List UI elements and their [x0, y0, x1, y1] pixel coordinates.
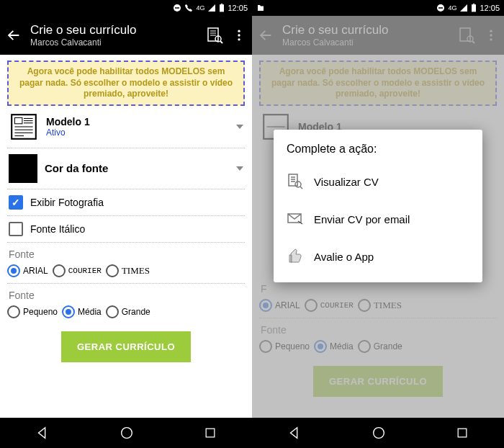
- chevron-down-icon: [236, 125, 243, 129]
- radio-label: Média: [78, 307, 102, 317]
- model-name: Modelo 1: [46, 116, 229, 127]
- radio-label: TIMES: [122, 265, 150, 277]
- italic-checkbox-row[interactable]: Fonte Itálico: [7, 216, 245, 243]
- generate-button[interactable]: GERAR CURRÍCULO: [61, 331, 191, 362]
- size-section-label: Fonte: [7, 284, 245, 303]
- radio-large[interactable]: Grande: [106, 305, 150, 318]
- radio-small[interactable]: Pequeno: [7, 305, 58, 318]
- thumbs-up-icon: [287, 248, 304, 265]
- font-color-selector[interactable]: Cor da fonte: [7, 148, 245, 189]
- radio-label: COURIER: [68, 266, 102, 275]
- svg-point-40: [295, 182, 301, 187]
- model-status: Ativo: [46, 127, 229, 138]
- svg-rect-3: [221, 4, 222, 4]
- color-swatch-icon: [9, 154, 37, 183]
- svg-rect-1: [175, 7, 179, 9]
- svg-line-41: [300, 187, 302, 189]
- signal-label: 4G: [196, 4, 204, 12]
- show-photo-checkbox-row[interactable]: Exibir Fotografia: [7, 189, 245, 216]
- app-bar: Crie o seu currículo Marcos Calvacanti: [0, 16, 252, 55]
- svg-point-43: [374, 428, 384, 439]
- signal-icon: [459, 4, 468, 12]
- radio-icon: [106, 305, 119, 318]
- model-selector[interactable]: Modelo 1 Ativo: [7, 106, 245, 148]
- screenshot-icon: [256, 4, 265, 12]
- nav-home-icon[interactable]: [371, 425, 387, 441]
- radio-medium[interactable]: Média: [62, 305, 102, 318]
- page-subtitle: Marcos Calvacanti: [30, 37, 197, 48]
- svg-point-12: [238, 38, 240, 40]
- phone-right: 4G 12:05 Crie o seu currículo Marcos Cal…: [252, 0, 504, 448]
- phone-icon: [184, 4, 193, 12]
- svg-rect-23: [206, 429, 215, 437]
- dialog-item-label: Visualizar CV: [314, 176, 379, 188]
- clock: 12:05: [228, 4, 248, 12]
- signal-icon: [207, 4, 216, 12]
- radio-label: ARIAL: [23, 266, 48, 276]
- nav-recent-icon[interactable]: [203, 426, 217, 440]
- svg-rect-25: [438, 7, 443, 9]
- dnd-icon: [436, 4, 445, 12]
- dnd-icon: [173, 4, 181, 12]
- font-size-radio-group: Pequeno Média Grande: [7, 303, 245, 324]
- page-title: Crie o seu currículo: [30, 23, 197, 37]
- font-family-radio-group: ARIAL COURIER TIMES: [7, 261, 245, 284]
- dialog-view-cv[interactable]: Visualizar CV: [281, 163, 475, 200]
- svg-rect-26: [472, 4, 476, 12]
- svg-rect-27: [473, 4, 474, 4]
- dialog-email-cv[interactable]: Enviar CV por email: [281, 200, 475, 238]
- radio-icon: [62, 305, 75, 318]
- phone-left: 4G 12:05 Crie o seu currículo Marcos Cal…: [0, 0, 252, 448]
- radio-icon: [7, 264, 20, 277]
- nav-recent-icon[interactable]: [455, 426, 469, 440]
- chevron-down-icon: [236, 166, 243, 171]
- svg-point-22: [122, 428, 132, 439]
- radio-icon: [106, 264, 119, 277]
- clock: 12:05: [480, 4, 500, 12]
- nav-back-icon[interactable]: [35, 425, 50, 441]
- document-model-icon: [9, 112, 39, 142]
- dialog-item-label: Enviar CV por email: [314, 213, 410, 225]
- nav-bar: [0, 418, 252, 448]
- back-icon[interactable]: [6, 27, 22, 43]
- cv-preview-icon[interactable]: [206, 27, 223, 44]
- radio-icon: [7, 305, 20, 318]
- radio-icon: [53, 264, 66, 277]
- font-color-label: Cor da fonte: [45, 162, 229, 174]
- email-icon: [287, 210, 304, 228]
- dialog-rate-app[interactable]: Avalie o App: [281, 238, 475, 275]
- document-search-icon: [287, 173, 304, 190]
- svg-rect-2: [220, 4, 224, 12]
- status-bar: 4G 12:05: [252, 0, 504, 16]
- dialog-item-label: Avalie o App: [314, 251, 374, 263]
- svg-rect-44: [458, 429, 467, 437]
- action-dialog: Complete a ação: Visualizar CV Enviar CV…: [274, 130, 482, 282]
- promo-banner: Agora você pode habilitar todos MODELOS …: [7, 61, 245, 106]
- show-photo-label: Exibir Fotografia: [30, 197, 104, 208]
- nav-home-icon[interactable]: [119, 425, 135, 441]
- radio-label: Pequeno: [23, 307, 58, 317]
- dialog-title: Complete a ação:: [281, 140, 475, 163]
- radio-label: Grande: [122, 307, 150, 317]
- font-section-label: Fonte: [7, 243, 245, 261]
- svg-line-9: [220, 41, 222, 43]
- battery-icon: [219, 4, 225, 12]
- svg-rect-36: [289, 174, 297, 186]
- status-bar: 4G 12:05: [0, 0, 252, 16]
- checkbox-icon: [9, 195, 23, 210]
- battery-icon: [471, 4, 477, 12]
- nav-back-icon[interactable]: [287, 425, 302, 441]
- radio-times[interactable]: TIMES: [106, 264, 150, 277]
- italic-label: Fonte Itálico: [30, 223, 85, 235]
- nav-bar: [252, 418, 504, 448]
- overflow-menu-icon[interactable]: [232, 28, 246, 42]
- checkbox-icon: [9, 222, 23, 236]
- radio-courier[interactable]: COURIER: [53, 264, 102, 277]
- svg-rect-4: [208, 28, 218, 41]
- svg-point-11: [238, 34, 240, 36]
- svg-point-10: [238, 30, 240, 32]
- signal-label: 4G: [448, 4, 456, 12]
- content-area: Agora você pode habilitar todos MODELOS …: [0, 55, 252, 418]
- radio-arial[interactable]: ARIAL: [7, 264, 48, 277]
